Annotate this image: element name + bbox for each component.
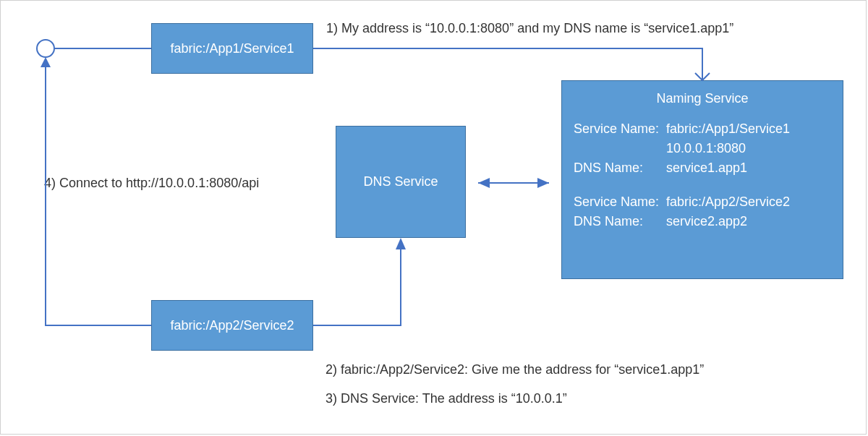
entry2-dns-name: service2.app2 bbox=[666, 212, 831, 231]
step1-label: 1) My address is “10.0.0.1:8080” and my … bbox=[326, 21, 733, 36]
service1-label: fabric:/App1/Service1 bbox=[170, 41, 294, 56]
entry2-service-name: fabric:/App2/Service2 bbox=[666, 192, 831, 212]
arrow-step2 bbox=[313, 249, 401, 325]
diagram-canvas: fabric:/App1/Service1 fabric:/App2/Servi… bbox=[0, 0, 867, 435]
label-service-name: Service Name: bbox=[574, 119, 666, 139]
service2-label: fabric:/App2/Service2 bbox=[170, 318, 294, 333]
entry1-service-name: fabric:/App1/Service1 bbox=[666, 119, 831, 139]
naming-service-box: Naming Service Service Name: fabric:/App… bbox=[561, 80, 843, 279]
arrow-step1 bbox=[313, 48, 702, 80]
naming-entry-1: Service Name: fabric:/App1/Service1 10.0… bbox=[574, 119, 831, 178]
step2-label: 2) fabric:/App2/Service2: Give me the ad… bbox=[326, 362, 704, 377]
naming-entry-2: Service Name: fabric:/App2/Service2 DNS … bbox=[574, 192, 831, 231]
naming-service-title: Naming Service bbox=[574, 91, 831, 106]
label-dns-name: DNS Name: bbox=[574, 158, 666, 178]
svg-marker-3 bbox=[396, 238, 406, 249]
entry1-address: 10.0.0.1:8080 bbox=[666, 139, 831, 158]
arrow-step4 bbox=[46, 67, 151, 325]
service1-box: fabric:/App1/Service1 bbox=[151, 23, 313, 74]
svg-marker-0 bbox=[478, 178, 490, 188]
svg-marker-4 bbox=[41, 57, 51, 67]
svg-marker-1 bbox=[537, 178, 549, 188]
entry1-dns-name: service1.app1 bbox=[666, 158, 831, 178]
dns-service-box: DNS Service bbox=[336, 126, 466, 238]
service2-box: fabric:/App2/Service2 bbox=[151, 300, 313, 351]
step4-label: 4) Connect to http://10.0.0.1:8080/api bbox=[44, 176, 259, 191]
label-service-name-2: Service Name: bbox=[574, 192, 666, 212]
label-dns-name-2: DNS Name: bbox=[574, 212, 666, 231]
step3-label: 3) DNS Service: The address is “10.0.0.1… bbox=[326, 391, 567, 406]
dns-service-label: DNS Service bbox=[363, 174, 438, 189]
start-node bbox=[37, 40, 54, 57]
